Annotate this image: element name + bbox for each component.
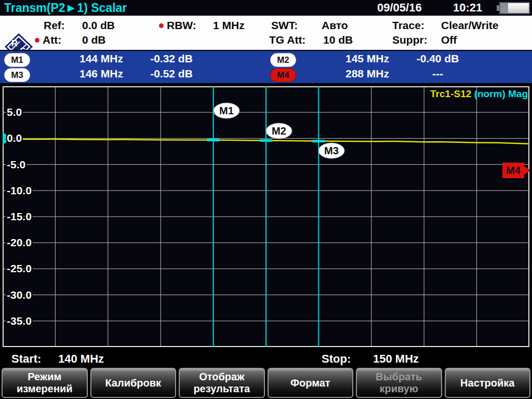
analyzer-screen: Transm(P2►1) Scalar 09/05/16 10:21 R S R… [0,0,532,399]
y-tick-label: -5.0 [7,158,25,170]
ref-value: 0.0 dB [82,19,115,32]
rbw-changed-dot-icon [159,23,164,28]
ref-label: Ref: [44,19,65,32]
trace-mode-value: Clear/Write [441,19,499,32]
start-freq-value: 140 MHz [58,352,104,366]
time-display: 10:21 [453,0,482,16]
tg-att-value: 10 dB [323,34,353,46]
trace-chart-canvas: 5.00.0-5.0-10.0-15.0-20.0-25.0-30.0-35.0… [3,86,529,347]
y-tick-label: 0.0 [7,132,22,144]
marker-m3-level: -0.52 dB [130,68,213,80]
offscreen-marker-text: M4 [506,165,521,176]
trace-legend: Trc1-S12 (norm) Mag [430,88,528,100]
y-tick-label: -10.0 [7,184,32,196]
softkey-bar: Режим измерений Калибровк Отображ резуль… [0,368,532,398]
marker-m1-freq: 144 MHz [62,52,140,65]
suppr-value: Off [441,34,457,46]
stop-freq-value: 150 MHz [373,352,419,366]
trace-mode-label: Trace: [392,19,424,32]
att-changed-dot-icon [35,38,39,43]
softkey-setup[interactable]: Настройка [445,368,531,398]
marker-badge-m1: M1 [4,53,30,67]
measurement-title: Transm(P2►1) Scalar [4,0,127,16]
battery-fill [508,3,529,13]
marker-m4-level: --- [395,68,481,80]
softkey-calibration[interactable]: Калибровк [90,368,177,398]
rbw-label: RBW: [167,19,196,32]
y-tick-label: -15.0 [7,210,32,222]
chart-marker-badge-text: M1 [219,105,234,116]
tg-att-label: TG Att: [269,34,305,46]
title-bar: Transm(P2►1) Scalar 09/05/16 10:21 [0,0,532,16]
trace-chart: 5.00.0-5.0-10.0-15.0-20.0-25.0-30.0-35.0… [3,86,529,347]
start-freq-label: Start: [11,352,41,366]
softkey-measurement-mode[interactable]: Режим измерений [2,368,88,398]
marker-m1-level: -0.32 dB [130,52,213,65]
date-display: 09/05/16 [377,0,422,16]
softkey-result-display[interactable]: Отображ результата [179,368,265,398]
trace-legend-mode: (norm) Mag [471,88,528,99]
suppr-label: Suppr: [392,34,428,46]
marker-table: M1 144 MHz -0.32 dB M2 145 MHz -0.40 dB … [0,50,532,83]
att-value: 0 dB [82,34,106,46]
settings-header: R S Ref: 0.0 dB RBW: 1 MHz SWT: Авто Tra… [0,16,532,50]
y-tick-label: -25.0 [7,262,32,274]
marker-m3-freq: 146 MHz [62,68,140,80]
marker-badge-m2: M2 [270,53,296,67]
att-label: Att: [43,34,61,46]
y-tick-label: -20.0 [7,236,32,248]
y-tick-label: -30.0 [7,289,32,301]
rbw-value: 1 MHz [213,19,245,32]
trace-legend-name: Trc1-S12 [430,88,471,99]
softkey-format[interactable]: Формат [268,368,354,398]
softkey-select-trace[interactable]: Выбрать кривую [356,368,442,398]
marker-badge-m4: M4 [270,68,296,82]
marker-m2-level: -0.40 dB [395,52,481,65]
marker-badge-m3: M3 [4,68,30,82]
y-tick-label: -35.0 [7,315,32,327]
chart-marker-badge-text: M2 [272,125,286,137]
swt-label: SWT: [271,19,298,32]
y-tick-label: 5.0 [7,106,22,118]
battery-body [499,2,530,14]
stop-freq-label: Stop: [322,352,351,366]
swt-value: Авто [322,19,348,32]
battery-icon [497,2,530,14]
chart-marker-badge-text: M3 [324,145,339,156]
